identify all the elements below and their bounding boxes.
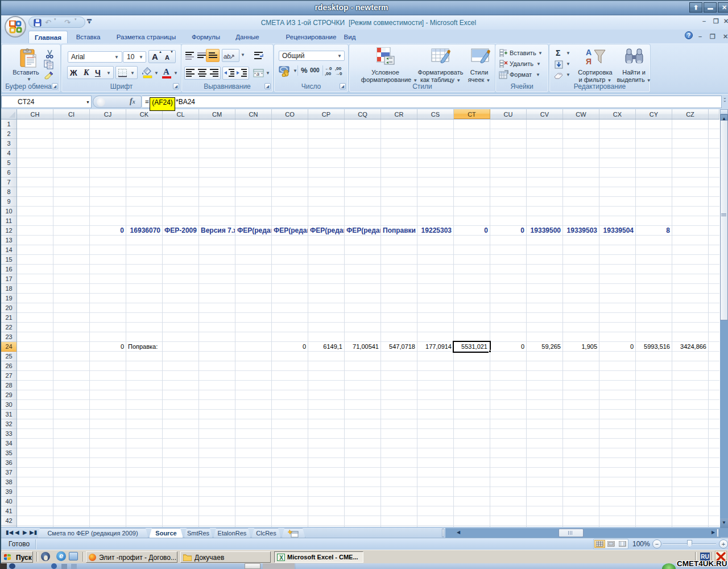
svg-text:a: a (257, 71, 259, 77)
svg-text:X: X (279, 555, 283, 561)
svg-text:А: А (586, 48, 592, 57)
svg-text:Я: Я (586, 57, 592, 66)
svg-text:ab: ab (224, 53, 230, 60)
